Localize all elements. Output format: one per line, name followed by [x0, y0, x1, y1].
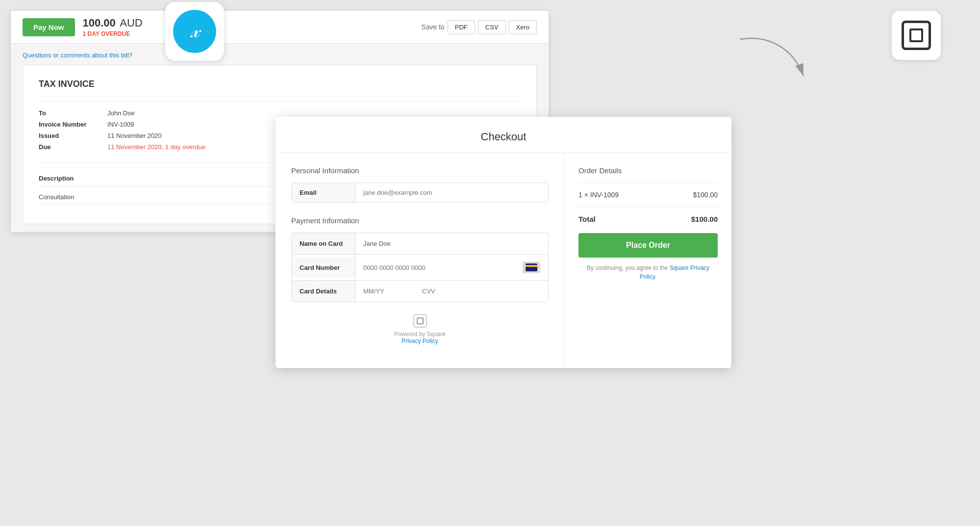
- card-details-row: Card Details: [292, 281, 548, 302]
- cvv-input[interactable]: [422, 288, 452, 295]
- powered-by-text: Powered by Square: [394, 331, 446, 338]
- powered-by-section: Powered by Square Privacy Policy: [291, 302, 549, 354]
- square-logo-center: [909, 28, 923, 42]
- checkout-left-panel: Personal Information Email Payment Infor…: [276, 153, 565, 368]
- square-icon-small: [413, 314, 427, 328]
- agreement-suffix: .: [655, 273, 656, 280]
- order-item-price: $100.00: [693, 191, 718, 199]
- agreement-prefix: By continuing, you agree to the: [587, 264, 670, 271]
- amount-value: 100.00: [83, 17, 116, 29]
- order-item-label: 1 × INV-1009: [578, 191, 619, 199]
- xero-x-icon: 𝓍: [190, 20, 199, 41]
- email-input[interactable]: [363, 189, 540, 196]
- questions-link[interactable]: Questions or comments about this bill?: [23, 52, 537, 59]
- checkout-content: Personal Information Email Payment Infor…: [276, 153, 731, 368]
- issued-label: Issued: [39, 132, 107, 139]
- invoice-title: TAX INVOICE: [39, 79, 521, 89]
- pay-now-button[interactable]: Pay Now: [23, 18, 75, 36]
- to-value: John Doe: [107, 109, 135, 117]
- item-description: Consultation: [39, 193, 74, 201]
- privacy-policy-link[interactable]: Privacy Policy: [291, 338, 549, 344]
- card-number-input-cell[interactable]: [355, 255, 548, 280]
- order-total-row: Total $100.00: [578, 207, 718, 223]
- save-to-label: Save to: [421, 23, 444, 31]
- pdf-button[interactable]: PDF: [448, 20, 475, 34]
- svg-rect-0: [526, 263, 537, 271]
- description-col-header: Description: [39, 175, 74, 182]
- card-details-label: Card Details: [292, 281, 355, 302]
- card-number-label: Card Number: [292, 257, 355, 278]
- svg-rect-1: [526, 265, 537, 267]
- agreement-text: By continuing, you agree to the Square P…: [578, 263, 718, 281]
- name-on-card-label: Name on Card: [292, 233, 355, 254]
- square-logo-border: [902, 21, 931, 50]
- issued-value: 11 November 2020: [107, 132, 162, 139]
- card-type-icon: [523, 262, 540, 273]
- email-field-group: Email: [291, 183, 549, 203]
- xero-button[interactable]: Xero: [509, 20, 537, 34]
- invoice-number-value: INV-1009: [107, 121, 134, 128]
- due-value: 11 November 2020, 1 day overdue: [107, 143, 205, 151]
- amount-currency: AUD: [120, 17, 142, 29]
- card-number-input[interactable]: [363, 264, 518, 271]
- total-label: Total: [578, 215, 596, 223]
- to-row: To John Doe: [39, 109, 521, 117]
- checkout-right-panel: Order Details 1 × INV-1009 $100.00 Total…: [565, 153, 731, 368]
- personal-info-title: Personal Information: [291, 166, 549, 175]
- name-on-card-input[interactable]: [363, 240, 540, 247]
- overdue-badge: 1 DAY OVERDUE: [83, 30, 143, 37]
- invoice-header: Pay Now 100.00 AUD 1 DAY OVERDUE Save to…: [11, 11, 549, 44]
- checkout-modal: Checkout Personal Information Email Paym…: [276, 117, 731, 368]
- invoice-number-label: Invoice Number: [39, 121, 107, 128]
- order-details-title: Order Details: [578, 166, 718, 183]
- name-on-card-input-cell[interactable]: [355, 233, 548, 254]
- checkout-title: Checkout: [481, 131, 527, 143]
- order-item-row: 1 × INV-1009 $100.00: [578, 191, 718, 199]
- total-value: $100.00: [691, 215, 718, 223]
- email-label: Email: [292, 183, 355, 202]
- square-inner-icon: [417, 317, 424, 324]
- name-on-card-row: Name on Card: [292, 233, 548, 255]
- xero-logo: 𝓍: [165, 2, 224, 61]
- card-number-row: Card Number: [292, 255, 548, 281]
- expiry-input[interactable]: [363, 288, 402, 295]
- place-order-button[interactable]: Place Order: [578, 233, 718, 258]
- checkout-header: Checkout: [276, 117, 731, 153]
- card-details-input-cell[interactable]: [355, 281, 548, 302]
- csv-button[interactable]: CSV: [478, 20, 506, 34]
- payment-info-title: Payment Information: [291, 216, 549, 225]
- payment-table: Name on Card Card Number Card Det: [291, 233, 549, 302]
- xero-circle: 𝓍: [173, 10, 216, 53]
- arrow-decoration: [730, 29, 808, 88]
- due-label: Due: [39, 143, 107, 151]
- email-input-cell[interactable]: [355, 183, 548, 202]
- invoice-amount: 100.00 AUD 1 DAY OVERDUE: [83, 17, 143, 37]
- square-logo-large: [892, 11, 941, 60]
- save-to-area: Save to PDF CSV Xero: [421, 20, 537, 34]
- to-label: To: [39, 109, 107, 117]
- header-left: Pay Now 100.00 AUD 1 DAY OVERDUE: [23, 17, 143, 37]
